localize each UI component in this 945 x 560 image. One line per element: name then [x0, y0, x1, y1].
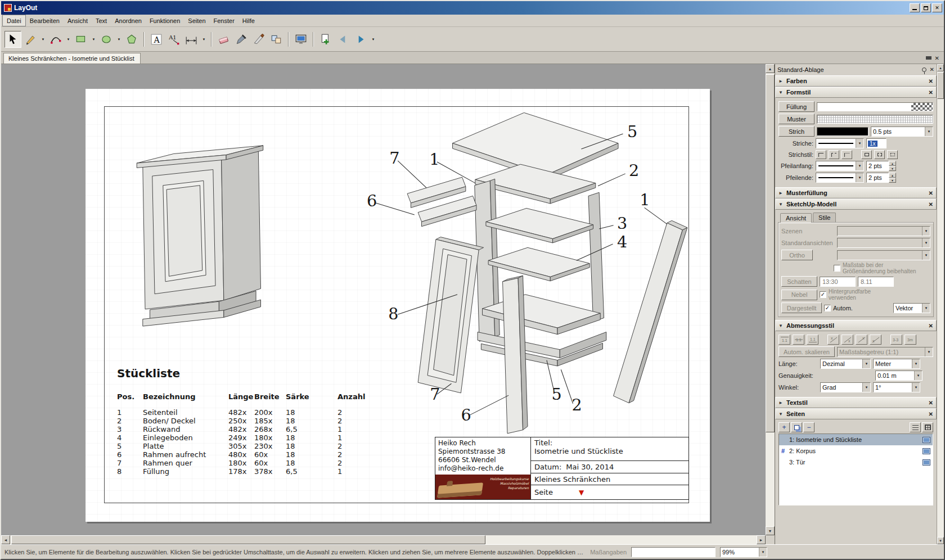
dash-style-select[interactable]: ▼ — [816, 138, 864, 148]
menu-fenster[interactable]: Fenster — [210, 15, 238, 26]
menu-funktionen[interactable]: Funktionen — [146, 15, 184, 26]
close-icon[interactable]: ✕ — [929, 400, 933, 406]
menu-bearbeiten[interactable]: Bearbeiten — [26, 15, 64, 26]
add-page-button[interactable] — [317, 31, 334, 48]
spin-up-icon[interactable]: ▲ — [889, 173, 896, 178]
section-header-textstil[interactable]: ► Textstil ✕ — [775, 397, 937, 408]
select-tool-button[interactable] — [4, 31, 21, 48]
tab-stile[interactable]: Stile — [813, 213, 836, 222]
join-tool-button[interactable] — [268, 31, 285, 48]
precision-select[interactable]: 0.01 m▼ — [875, 371, 922, 381]
tray-scrollbar[interactable]: ▲ ▼ — [937, 64, 944, 544]
maximize-button[interactable] — [921, 3, 931, 12]
dim-angle-button[interactable]: x — [842, 335, 853, 345]
tray-scroll-thumb[interactable] — [937, 72, 944, 99]
circle-tool-button[interactable] — [98, 31, 115, 48]
stroke-cap-style-button[interactable] — [874, 150, 885, 159]
close-icon[interactable]: ✕ — [929, 78, 933, 84]
dim-units-button[interactable]: 3-3 — [890, 335, 902, 345]
section-header-seiten[interactable]: ▼ Seiten ✕ — [775, 408, 937, 419]
pencil-tool-dropdown[interactable]: ▼ — [39, 31, 47, 48]
scroll-right-icon[interactable]: ► — [757, 535, 766, 544]
spin-down-icon[interactable]: ▼ — [889, 178, 896, 183]
polygon-tool-button[interactable] — [123, 31, 140, 48]
angle-format-select[interactable]: Grad▼ — [820, 382, 871, 392]
monitor-icon[interactable] — [922, 437, 930, 443]
title-bar[interactable]: LayOut ✕ — [1, 1, 944, 15]
next-page-button[interactable] — [352, 31, 369, 48]
thumbnail-view-button[interactable] — [922, 422, 933, 432]
section-header-farben[interactable]: ► Farben ✕ — [775, 75, 937, 87]
section-header-formstil[interactable]: ▼ Formstil ✕ — [775, 87, 937, 98]
background-color-checkbox[interactable]: ✓ — [820, 291, 826, 298]
menu-text[interactable]: Text — [92, 15, 111, 26]
dash-scale-field[interactable]: 1x — [866, 138, 886, 148]
autom-skalieren-button[interactable]: Autom. skalieren — [778, 346, 835, 357]
section-header-musterfuellung[interactable]: ► Musterfüllung ✕ — [775, 187, 937, 198]
paper-sheet[interactable]: 5 7 1 2 6 3 4 1 8 7 5 2 6 — [86, 89, 710, 522]
split-tool-button[interactable] — [250, 31, 267, 48]
close-icon[interactable]: ✕ — [929, 89, 933, 96]
text-tool-button[interactable]: A — [148, 31, 165, 48]
page-item[interactable]: 1: Isometrie und Stückliste — [779, 434, 933, 445]
zoom-select[interactable]: 99%▼ — [720, 547, 767, 557]
horizontal-scrollbar[interactable]: ◄ ► — [1, 535, 766, 544]
standardansichten-select[interactable]: ▼ — [837, 238, 930, 248]
dim-angle-button[interactable]: x — [870, 335, 881, 345]
scroll-down-icon[interactable]: ▼ — [937, 537, 944, 544]
massstab-checkbox[interactable] — [834, 265, 840, 272]
tab-ansicht[interactable]: Ansicht — [780, 213, 812, 223]
szenen-select[interactable]: ▼ — [837, 226, 930, 236]
arrow-start-select[interactable]: ▼ — [816, 161, 864, 171]
circle-tool-dropdown[interactable]: ▼ — [115, 31, 123, 48]
autom-render-checkbox[interactable]: ✓ — [824, 305, 831, 311]
vertical-scrollbar[interactable]: ▲ ▼ — [766, 64, 775, 535]
stroke-cap-style-button[interactable] — [887, 150, 898, 159]
page-item[interactable]: # 2: Korpus — [779, 445, 933, 457]
dim-text-below-button[interactable]: 1.1 — [807, 335, 818, 345]
render-mode-select[interactable]: Vektor▼ — [893, 303, 930, 313]
monitor-icon[interactable] — [922, 459, 930, 466]
rectangle-tool-dropdown[interactable]: ▼ — [90, 31, 97, 48]
pencil-tool-button[interactable] — [22, 31, 39, 48]
scroll-left-icon[interactable]: ◄ — [1, 535, 10, 544]
presentation-button[interactable] — [292, 31, 309, 48]
menu-hilfe[interactable]: Hilfe — [238, 15, 259, 26]
close-icon[interactable]: ✕ — [929, 201, 933, 207]
stroke-corner-style-button[interactable] — [842, 150, 852, 159]
stroke-corner-style-button[interactable] — [829, 150, 839, 159]
menu-ansicht[interactable]: Ansicht — [64, 15, 92, 26]
stroke-color-swatch[interactable] — [817, 127, 868, 136]
menu-seiten[interactable]: Seiten — [184, 15, 209, 26]
strich-button[interactable]: Strich — [778, 126, 814, 137]
dim-text-above-button[interactable]: 1.1 — [778, 335, 790, 345]
stroke-width-select[interactable]: 0.5 pts▼ — [871, 127, 933, 137]
arrow-start-size-spinner[interactable]: 2 pts▲▼ — [866, 161, 896, 171]
muster-button[interactable]: Muster — [778, 114, 814, 124]
stroke-cap-style-button[interactable] — [861, 150, 872, 159]
angle-precision-select[interactable]: 1°▼ — [873, 382, 920, 392]
monitor-icon[interactable] — [922, 448, 930, 454]
horizontal-scroll-thumb[interactable] — [11, 535, 485, 544]
dim-angle-button[interactable]: x — [827, 335, 839, 345]
menu-datei[interactable]: Datei — [2, 15, 26, 26]
massstab-select[interactable]: Maßstabsgetreu (1:1)▼ — [837, 347, 933, 357]
schatten-button[interactable]: Schatten — [781, 276, 817, 287]
section-header-abmessungsstil[interactable]: ▼ Abmessungsstil ✕ — [775, 320, 937, 331]
style-eyedropper-button[interactable] — [233, 31, 250, 48]
tray-close-icon[interactable]: ✕ — [930, 67, 934, 73]
nebel-button[interactable]: Nebel — [781, 290, 817, 300]
close-icon[interactable]: ✕ — [929, 190, 933, 196]
eraser-tool-button[interactable] — [215, 31, 232, 48]
shadow-time-field[interactable]: 13:30 — [820, 277, 856, 287]
ortho-button[interactable]: Ortho — [781, 250, 813, 260]
vertical-scroll-thumb[interactable] — [766, 74, 775, 432]
spin-up-icon[interactable]: ▲ — [889, 161, 896, 166]
ortho-scale-select[interactable]: ▼ — [837, 250, 930, 260]
measurements-field[interactable] — [631, 547, 716, 557]
close-button[interactable]: ✕ — [932, 3, 942, 12]
document-tab[interactable]: Kleines Schränkchen - Isometrie und Stüc… — [3, 53, 141, 64]
arrow-end-size-spinner[interactable]: 2 pts▲▼ — [866, 173, 896, 183]
dimension-tool-button[interactable] — [183, 31, 200, 48]
arc-tool-button[interactable] — [47, 31, 64, 48]
